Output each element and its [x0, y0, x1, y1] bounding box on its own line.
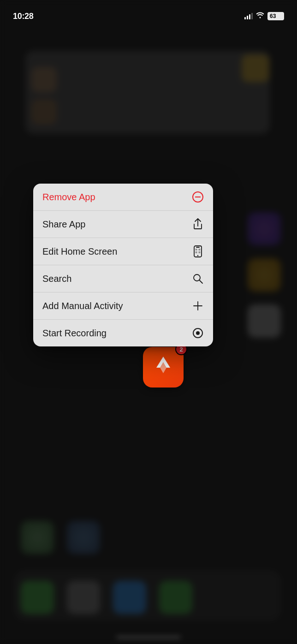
svg-point-6 — [197, 255, 198, 256]
menu-item-share-app[interactable]: Share App — [33, 211, 213, 238]
status-icons: 63 — [244, 12, 284, 20]
share-icon — [192, 218, 204, 230]
svg-rect-9 — [196, 251, 197, 253]
share-app-label: Share App — [42, 219, 85, 230]
menu-item-add-manual-activity[interactable]: Add Manual Activity — [33, 292, 213, 320]
record-icon — [192, 327, 204, 339]
menu-item-edit-home-screen[interactable]: Edit Home Screen — [33, 238, 213, 265]
wifi-icon — [256, 12, 264, 20]
signal-icon — [244, 13, 253, 19]
edit-home-screen-label: Edit Home Screen — [42, 246, 117, 257]
svg-rect-7 — [196, 249, 197, 250]
menu-item-start-recording[interactable]: Start Recording — [33, 320, 213, 346]
remove-app-label: Remove App — [42, 192, 95, 203]
menu-item-search[interactable]: Search — [33, 265, 213, 292]
start-recording-label: Start Recording — [42, 328, 107, 339]
status-time: 10:28 — [13, 12, 34, 21]
svg-rect-8 — [199, 249, 201, 250]
battery-icon: 63 — [267, 12, 284, 20]
strava-app-icon[interactable]: 2 — [143, 347, 184, 388]
add-manual-activity-label: Add Manual Activity — [42, 301, 123, 311]
search-label: Search — [42, 274, 71, 284]
status-bar: 10:28 63 — [0, 0, 297, 25]
svg-rect-10 — [199, 251, 201, 253]
menu-item-remove-app[interactable]: Remove App — [33, 184, 213, 211]
circle-minus-icon — [192, 191, 204, 203]
plus-icon — [192, 300, 204, 312]
search-icon — [192, 273, 204, 285]
context-menu: Remove App Share App Edit Home Screen — [33, 184, 213, 346]
battery-level: 63 — [270, 13, 276, 19]
phone-icon — [192, 245, 204, 257]
svg-line-12 — [200, 280, 203, 284]
